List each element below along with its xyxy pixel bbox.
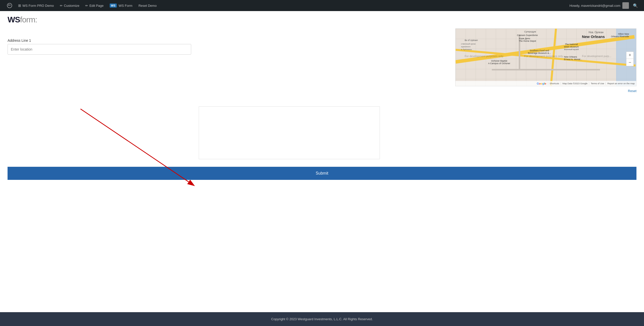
address-left: Address Line 1 bbox=[8, 38, 191, 55]
map-report-error[interactable]: Report an error on the map bbox=[606, 82, 636, 85]
map-background: Нов. Орлеан New Orleans Суперодум Caesar… bbox=[456, 29, 636, 86]
map-place-morial: New OrleansErnest N. Morial... bbox=[564, 56, 582, 61]
address-input[interactable] bbox=[8, 44, 191, 55]
admin-bar-wsform-demo[interactable]: ⊞ WS Form PRO Demo bbox=[15, 0, 57, 11]
site-footer: Copyright © 2023 Westguard Investments, … bbox=[0, 312, 644, 326]
map-road-gray1 bbox=[492, 69, 600, 70]
dashboard-icon: ⊞ bbox=[18, 4, 21, 8]
map-place-homedepot: Хоум ДепоThe Home Depot bbox=[519, 37, 536, 42]
admin-bar-right: Howdy, maverickandrii@gmail.com 🔍 bbox=[570, 2, 640, 9]
map-footer: Google Shortcuts Map Data ©2023 Google T… bbox=[456, 81, 636, 86]
map-dev-watermark1: For development purposes only bbox=[465, 55, 503, 58]
map-data: Map Data ©2023 Google bbox=[561, 82, 589, 85]
logo-ws: WS bbox=[8, 15, 20, 24]
map-terms[interactable]: Terms of Use bbox=[589, 82, 606, 85]
customize-icon: ✏ bbox=[60, 4, 63, 8]
site-header: WSform: bbox=[0, 11, 644, 28]
wsform-label: WS Form bbox=[119, 4, 133, 8]
address-label: Address Line 1 bbox=[8, 38, 191, 43]
admin-bar-edit-page[interactable]: ✏ Edit Page bbox=[82, 0, 106, 11]
edit-icon: ✏ bbox=[85, 4, 88, 8]
map-city-en: New Orleans bbox=[582, 34, 605, 39]
submit-button[interactable]: Submit bbox=[8, 167, 636, 180]
site-logo: WSform: bbox=[8, 15, 636, 24]
map-place-ochsner: Ochsner BaptistA Campus of Ochsner bbox=[488, 60, 510, 65]
admin-bar: ⊞ WS Form PRO Demo ✏ Customize ✏ Edit Pa… bbox=[0, 0, 644, 11]
avatar bbox=[622, 2, 629, 9]
map-place-org: ственный органзционногоа Луизианы bbox=[461, 43, 476, 51]
admin-bar-customize[interactable]: ✏ Customize bbox=[57, 0, 82, 11]
search-icon[interactable]: 🔍 bbox=[631, 3, 640, 8]
reset-demo-label: Reset Demo bbox=[138, 4, 156, 8]
page-wrapper: WSform: Нов. Орлеан New Orleans bbox=[0, 11, 644, 326]
map-shortcuts[interactable]: Shortcuts bbox=[548, 82, 561, 85]
map-inner: Нов. Орлеан New Orleans Суперодум Caesar… bbox=[456, 29, 636, 86]
map-place-uptown: tle of Uptown bbox=[465, 39, 478, 42]
map-zoom-controls: + − bbox=[626, 52, 634, 66]
submit-section: Submit bbox=[8, 167, 636, 180]
map-container: Нов. Орлеан New Orleans Суперодум Caesar… bbox=[455, 28, 636, 86]
admin-bar-wsform[interactable]: WS WS Form bbox=[107, 0, 136, 11]
map-place-sfb: Southern Food andBeverage Museum &... bbox=[528, 49, 551, 54]
address-right-panel bbox=[199, 106, 380, 159]
edit-page-label: Edit Page bbox=[89, 4, 103, 8]
map-dev-watermark2: For development purposes only bbox=[524, 55, 563, 58]
wsform-demo-label: WS Form PRO Demo bbox=[22, 4, 54, 8]
customize-label: Customize bbox=[64, 4, 79, 8]
map-place-superdome-en: Caesars Superdome bbox=[517, 34, 538, 36]
map-place-superdome-ru: Суперодум bbox=[524, 30, 536, 33]
admin-bar-left: ⊞ WS Form PRO Demo ✏ Customize ✏ Edit Pa… bbox=[4, 0, 570, 11]
footer-copyright: Copyright © 2023 Westguard Investments, … bbox=[271, 317, 373, 321]
ws-badge: WS bbox=[110, 4, 117, 8]
google-logo: Google bbox=[535, 82, 548, 85]
map-place-wwii: The NationalWWII MuseumВоенный музей bbox=[564, 43, 579, 51]
map-dev-watermark3: For development purp... bbox=[582, 55, 612, 58]
admin-bar-wp-logo[interactable] bbox=[4, 0, 15, 11]
map-zoom-in[interactable]: + bbox=[626, 52, 633, 59]
admin-bar-reset-demo[interactable]: Reset Demo bbox=[135, 0, 159, 11]
map-zoom-out[interactable]: − bbox=[626, 59, 633, 66]
form-section: Нов. Орлеан New Orleans Суперодум Caesar… bbox=[0, 28, 644, 312]
admin-greeting: Howdy, maverickandrii@gmail.com bbox=[570, 4, 620, 8]
map-reset-link[interactable]: Reset bbox=[628, 89, 636, 93]
map-place-hilton: Hilton NewOrleans Riverside bbox=[611, 33, 629, 38]
logo-form: form: bbox=[20, 15, 37, 24]
map-city-ru: Нов. Орлеан bbox=[589, 31, 603, 34]
